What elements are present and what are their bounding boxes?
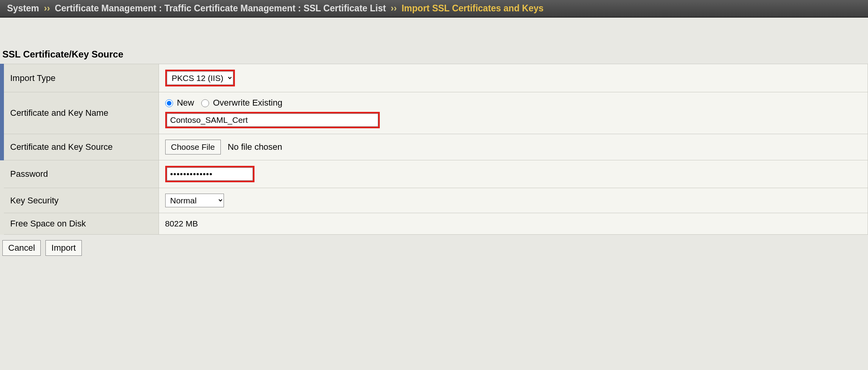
radio-new-label[interactable]: New	[165, 98, 197, 108]
form-table: Import Type PKCS 12 (IIS) Certificate an…	[0, 64, 868, 235]
import-button[interactable]: Import	[45, 240, 81, 256]
label-cert-key-name: Certificate and Key Name	[2, 92, 159, 134]
breadcrumb-separator: ››	[44, 3, 50, 13]
label-free-space: Free Space on Disk	[2, 213, 159, 235]
cancel-button[interactable]: Cancel	[2, 240, 41, 256]
radio-overwrite-label[interactable]: Overwrite Existing	[201, 98, 282, 108]
breadcrumb-current: Import SSL Certificates and Keys	[402, 3, 544, 13]
radio-new-text: New	[177, 98, 194, 108]
breadcrumb-path[interactable]: Certificate Management : Traffic Certifi…	[55, 3, 386, 13]
radio-overwrite-text: Overwrite Existing	[213, 98, 282, 108]
section-title: SSL Certificate/Key Source	[0, 18, 868, 64]
cert-key-name-input[interactable]	[167, 113, 378, 127]
choose-file-button[interactable]: Choose File	[165, 140, 221, 154]
free-space-value: 8022 MB	[165, 219, 198, 228]
breadcrumb: System ›› Certificate Management : Traff…	[0, 0, 868, 18]
highlight-import-type: PKCS 12 (IIS)	[165, 70, 235, 86]
radio-overwrite[interactable]	[201, 99, 209, 107]
import-type-select[interactable]: PKCS 12 (IIS)	[167, 71, 233, 85]
password-input[interactable]	[167, 167, 253, 181]
radio-new[interactable]	[165, 99, 173, 107]
highlight-password	[165, 166, 254, 182]
file-status-text: No file chosen	[227, 142, 282, 152]
highlight-cert-name	[165, 112, 380, 128]
label-password: Password	[2, 160, 159, 188]
label-cert-key-source: Certificate and Key Source	[2, 134, 159, 160]
breadcrumb-separator: ››	[391, 3, 397, 13]
label-import-type: Import Type	[2, 64, 159, 92]
breadcrumb-system[interactable]: System	[7, 3, 39, 13]
key-security-select[interactable]: Normal	[165, 194, 224, 207]
label-key-security: Key Security	[2, 188, 159, 213]
